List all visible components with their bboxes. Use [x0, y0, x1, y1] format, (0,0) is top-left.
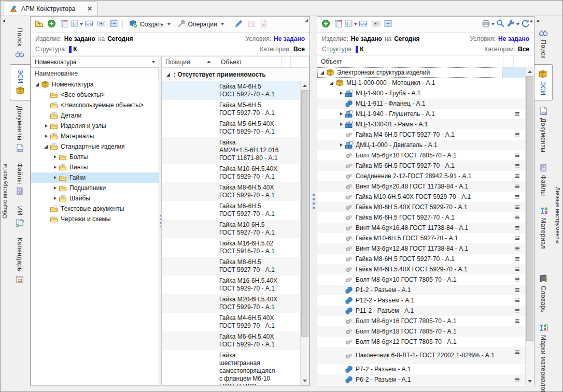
row-menu-icon[interactable]: [514, 297, 521, 304]
group-expander-icon[interactable]: [165, 71, 172, 78]
structure-row[interactable]: Гайка М5-6Н.5 ГОСТ 5927-70 - А.1: [317, 161, 525, 171]
structure-row[interactable]: Болт М5-6g×10 ГОСТ 7805-70 - А.1: [317, 150, 525, 161]
tree-row[interactable]: <Неиспользуемые объекты>: [31, 100, 159, 110]
tree-row[interactable]: <Все объекты>: [31, 90, 159, 100]
form-button[interactable]: [345, 19, 357, 31]
expander-icon[interactable]: [43, 123, 49, 129]
row-menu-icon[interactable]: [514, 131, 521, 138]
toolbar-expand-icon[interactable]: [529, 19, 532, 22]
list-item[interactable]: Гайка М6-6Н.5.40ХГОСТ 5929-70 - А.1: [162, 331, 300, 350]
expander-icon[interactable]: [43, 143, 49, 150]
tree-row[interactable]: Материалы: [31, 131, 159, 141]
row-menu-icon[interactable]: [514, 204, 521, 211]
tree-row[interactable]: Чертежи и схемы: [31, 214, 159, 224]
add-button[interactable]: [320, 19, 332, 31]
categories-value[interactable]: Все: [293, 46, 305, 53]
expander-icon[interactable]: [34, 81, 40, 88]
copy-button[interactable]: [332, 19, 344, 31]
scroll-up-button[interactable]: [301, 81, 309, 90]
structure-row[interactable]: Винт М5-6g×20.48 ГОСТ 11738-84 - А.1: [317, 181, 525, 192]
scroll-track[interactable]: [301, 90, 309, 376]
discard-button[interactable]: [258, 19, 270, 31]
toolbar-expand-icon[interactable]: [305, 19, 308, 22]
expander-icon[interactable]: [52, 154, 58, 160]
add-button[interactable]: [46, 19, 58, 31]
left-tab-kalendar[interactable]: Календарь12: [9, 233, 30, 288]
structure-row[interactable]: Р1-2 - Разъем - А.1: [317, 285, 525, 295]
expander-icon[interactable]: [338, 90, 344, 96]
scroll-down-button[interactable]: [301, 376, 309, 385]
expander-icon[interactable]: [338, 111, 344, 117]
row-menu-icon[interactable]: [514, 193, 521, 200]
list-item[interactable]: Гайка М8-6Н.5.40ХГОСТ 5929-70 - А.1: [162, 182, 300, 201]
scroll-thumb[interactable]: [526, 76, 533, 341]
right-tab-dokumenty[interactable]: Документы: [533, 101, 553, 157]
right-tab-slovar[interactable]: Словарь: [533, 269, 553, 317]
right-tab-poisk[interactable]: Поиск: [533, 23, 553, 63]
expander-icon[interactable]: [52, 185, 58, 191]
tree-row[interactable]: Изделия и узлы: [31, 121, 159, 131]
tab-close-icon[interactable]: ✕: [87, 5, 92, 12]
folder-import-button[interactable]: [33, 19, 45, 31]
create-button[interactable]: Создать: [125, 19, 174, 31]
scroll-down-button[interactable]: [526, 377, 534, 386]
tree-view-selector[interactable]: Номенклатура: [31, 56, 159, 68]
right-tab-material[interactable]: Материал: [533, 201, 553, 254]
row-menu-icon[interactable]: [514, 224, 521, 231]
structure-row[interactable]: Р12-2 - Разъем - А.1: [317, 295, 525, 306]
list-item[interactable]: Гайка М5-6Н.5.40ХГОСТ 5929-70 - А.1: [162, 119, 300, 137]
row-menu-icon[interactable]: [514, 376, 521, 383]
copy-button[interactable]: [58, 19, 70, 31]
save-button[interactable]: [245, 19, 257, 31]
structure-row[interactable]: Болт М8-6g×18 ГОСТ 7805-70 - А.1: [317, 326, 525, 337]
eye-button[interactable]: [95, 19, 107, 31]
structure-row[interactable]: МЦ-1-900 - Труба - А.1: [317, 88, 525, 98]
row-menu-icon[interactable]: [514, 235, 521, 242]
structure-row[interactable]: ДМЦ-1-000 - Двигатель - А.1: [317, 140, 525, 150]
list-item[interactable]: Гайка М6-6Н.5ГОСТ 5927-70 - А.1: [162, 201, 300, 220]
list-item[interactable]: Гайка М16-6Н.5.02ГОСТ 5916-70 - А.1: [162, 238, 300, 257]
tab-arm-konstruktora[interactable]: АРМ Конструктора ✕: [4, 2, 98, 16]
tree-row[interactable]: Стандартные изделия: [31, 141, 159, 152]
tree-row[interactable]: Болты: [31, 152, 159, 162]
structure-row[interactable]: Болт М8-6g×10 ГОСТ 7805-70 - А.1: [317, 274, 525, 285]
scroll-up-button[interactable]: [526, 67, 534, 76]
list-item[interactable]: Гайкашестиграннаясамостопорящаясяс фланц…: [162, 350, 300, 385]
expander-icon[interactable]: [52, 164, 58, 170]
structure-row[interactable]: Гайка М8-6Н.5 ГОСТ 5927-70 - А.1: [317, 254, 525, 264]
cad-button[interactable]: CAD: [357, 19, 369, 31]
list-item[interactable]: Гайка М10-6Н.5ГОСТ 5927-70 - А.1: [162, 220, 300, 238]
scroll-thumb[interactable]: [301, 90, 308, 337]
eye-button[interactable]: [370, 19, 382, 31]
structure-row[interactable]: Гайка М4-6Н.5 ГОСТ 5927-70 - А.1: [317, 129, 525, 140]
tree-row[interactable]: Шайбы: [31, 193, 159, 204]
structure-value[interactable]: К: [360, 46, 363, 53]
column-object-header[interactable]: Объект: [217, 56, 282, 67]
structure-row[interactable]: Винт М4-6g×16.48 ГОСТ 11738-84 - А.1: [317, 223, 525, 233]
list-item[interactable]: ГайкаАМ24×1.5-6Н.12.016ГОСТ 11871-80 - А…: [162, 137, 300, 164]
structure-row[interactable]: Р11-2 - Разъем - А.1: [317, 306, 525, 316]
date-value[interactable]: Сегодня: [107, 35, 133, 42]
categories-value[interactable]: Все: [518, 46, 529, 53]
right-tab-faily[interactable]: Файлы: [533, 158, 553, 201]
tree-row[interactable]: Детали: [31, 110, 159, 121]
left-tab-faily[interactable]: Файлы: [9, 158, 30, 201]
conditions-value[interactable]: Не задано: [498, 35, 529, 42]
structure-row[interactable]: Болт М8-6g×16 ГОСТ 7805-70 - А.1: [317, 316, 525, 326]
search-button[interactable]: [495, 19, 506, 31]
expander-icon[interactable]: [329, 80, 335, 86]
tree-row[interactable]: Текстовые документы: [31, 204, 159, 214]
cad-button[interactable]: CAD: [83, 19, 95, 31]
list-item[interactable]: Гайка М20-6Н.5.40ХГОСТ 5929-70 - А.1: [162, 294, 300, 313]
conditions-value[interactable]: Не задано: [274, 35, 305, 42]
structure-row[interactable]: МЦ-1-330-01 - Рама - А.1: [317, 119, 525, 129]
structure-row[interactable]: МЦ-1-940 - Глушитель - А.1: [317, 109, 525, 119]
expander-icon[interactable]: [52, 195, 58, 201]
operations-button[interactable]: Операции: [174, 19, 227, 31]
expander-icon[interactable]: [43, 133, 49, 139]
left-tab-poisk[interactable]: Поиск: [9, 23, 30, 63]
row-menu-icon[interactable]: [514, 266, 521, 273]
left-tab-dokumenty[interactable]: Документы: [9, 101, 30, 157]
row-menu-icon[interactable]: [514, 172, 521, 180]
structure-row[interactable]: Наконечник 6-8-ЛТ-1- ГОСТ 22002.1-82%% -…: [317, 347, 525, 364]
